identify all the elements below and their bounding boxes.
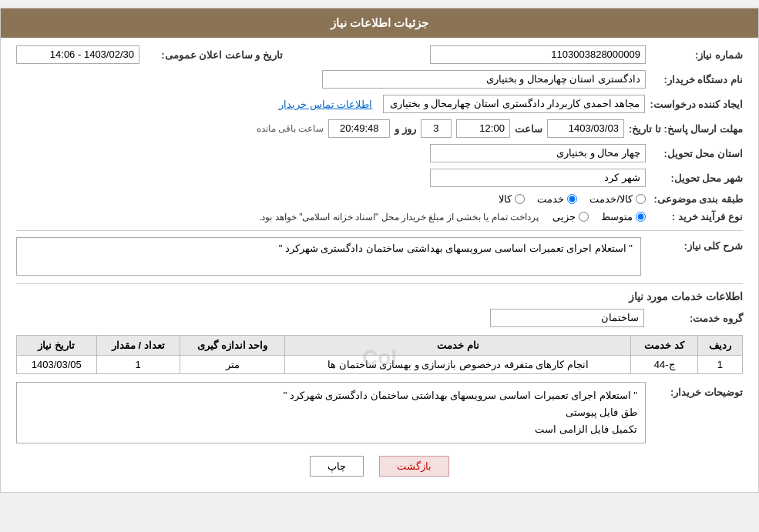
button-row: بازگشت چاپ — [16, 456, 743, 477]
deadline-days: 3 — [421, 119, 452, 138]
groupKhedmat-value: ساختمان — [490, 309, 644, 327]
ijadKonande-value: مجاهد احمدی کاربردار دادگستری استان چهار… — [383, 95, 645, 113]
ijadKonande-label: ایجاد کننده درخواست: — [650, 99, 743, 110]
radio-jozi-input[interactable] — [579, 212, 589, 222]
page-header: جزئیات اطلاعات نیاز — [1, 8, 758, 38]
col-tedad: تعداد / مقدار — [96, 336, 180, 356]
shomareNiaz-value: 1103003828000009 — [430, 45, 646, 64]
cell-tarikh: 1403/03/05 — [17, 356, 97, 374]
radio-kala-khedmat-label: کالا/خدمت — [589, 193, 633, 205]
tabqe-radio-group: کالا/خدمت خدمت کالا — [499, 193, 646, 205]
row-shahrTahvil: شهر محل تحویل: شهر کرد — [16, 169, 743, 187]
ostanTahvil-label: استان محل تحویل: — [650, 148, 743, 159]
row-ijadKonande: ایجاد کننده درخواست: مجاهد احمدی کاربردا… — [16, 95, 743, 113]
col-name: نام خدمت — [285, 336, 631, 356]
btn-print[interactable]: چاپ — [310, 456, 364, 477]
radio-kala-khedmat: کالا/خدمت — [589, 193, 646, 205]
cell-tedad: 1 — [96, 356, 180, 374]
mohlatPasokh-label: مهلت ارسال پاسخ: تا تاریخ: — [629, 123, 743, 135]
divider-1 — [16, 230, 743, 231]
sharhKoli-label: شرح کلی نیاز: — [650, 237, 743, 252]
groupKhedmat-label: گروه خدمت: — [650, 313, 743, 324]
radio-jozi-label: جزیی — [552, 211, 576, 223]
col-vahed: واحد اندازه گیری — [180, 336, 285, 356]
shomareNiaz-label: شماره نیاز: — [650, 49, 743, 61]
radio-motevaset-input[interactable] — [636, 212, 646, 222]
btn-back[interactable]: بازگشت — [379, 456, 449, 477]
farand-radio-group: متوسط جزیی — [552, 211, 646, 223]
tarikh-label: تاریخ و ساعت اعلان عمومی: — [144, 49, 283, 61]
radio-motevaset-label: متوسط — [601, 211, 633, 223]
namDastgah-value: دادگستری استان چهارمحال و بختیاری — [322, 70, 646, 89]
deadline-remaining: 20:49:48 — [328, 119, 390, 138]
col-radif: ردیف — [697, 336, 742, 356]
deadline-date: 1403/03/03 — [547, 119, 624, 138]
deadline-time-label: ساعت — [515, 123, 542, 135]
row-ostanTahvil: استان محل تحویل: چهار محال و بختیاری — [16, 144, 743, 162]
radio-motevaset: متوسط — [601, 211, 646, 223]
deadline-days-label: روز و — [395, 123, 416, 135]
row-mohlatPasokh: مهلت ارسال پاسخ: تا تاریخ: 1403/03/03 سا… — [16, 119, 743, 138]
radio-khedmat-label: خدمت — [537, 193, 564, 205]
ostanTahvil-value: چهار محال و بختیاری — [430, 144, 646, 162]
tabqe-label: طبقه بندی موضوعی: — [650, 193, 743, 205]
shahrTahvil-value: شهر کرد — [430, 169, 646, 187]
row-namDastgah: نام دستگاه خریدار: دادگستری استان چهارمح… — [16, 70, 743, 89]
radio-khedmat: خدمت — [537, 193, 577, 205]
ijadKonande-link[interactable]: اطلاعات تماس خریدار — [279, 99, 372, 110]
deadline-time: 12:00 — [456, 119, 510, 138]
services-table: ردیف کد خدمت نام خدمت واحد اندازه گیری ت… — [16, 335, 743, 374]
page-title: جزئیات اطلاعات نیاز — [331, 16, 428, 29]
deadline-remaining-suffix: ساعت باقی مانده — [257, 123, 324, 134]
sharhKoli-value: " استعلام اجرای تعمیرات اساسی سرویسهای ب… — [16, 237, 641, 276]
table-header-row: ردیف کد خدمت نام خدمت واحد اندازه گیری ت… — [17, 336, 743, 356]
khadamat-section-title: اطلاعات خدمات مورد نیاز — [16, 290, 743, 303]
row-tabqe: طبقه بندی موضوعی: کالا/خدمت خدمت کالا — [16, 193, 743, 205]
main-container: جزئیات اطلاعات نیاز شماره نیاز: 11030038… — [0, 8, 759, 493]
tarikh-value: 1403/02/30 - 14:06 — [16, 45, 139, 64]
table-row: 1 ج-44 انجام کارهای متفرقه درخصوص بازساز… — [17, 356, 743, 374]
cell-vahed: متر — [180, 356, 285, 374]
shahrTahvil-label: شهر محل تحویل: — [650, 172, 743, 184]
cell-radif: 1 — [697, 356, 742, 374]
radio-kala-input[interactable] — [515, 194, 525, 204]
radio-kala: کالا — [499, 193, 525, 205]
row-shomareNiaz: شماره نیاز: 1103003828000009 تاریخ و ساع… — [16, 45, 743, 64]
services-table-section: ردیف کد خدمت نام خدمت واحد اندازه گیری ت… — [16, 335, 743, 374]
row-groupKhedmat: گروه خدمت: ساختمان — [16, 309, 743, 327]
col-kod: کد خدمت — [631, 336, 698, 356]
namDastgah-label: نام دستگاه خریدار: — [650, 74, 743, 85]
notes-section: توضیحات خریدار: " استعلام اجرای تعمیرات … — [16, 382, 743, 443]
cell-name: انجام کارهای متفرقه درخصوص بازسازی و بهس… — [285, 356, 631, 374]
tawzihat-label: توضیحات خریدار: — [650, 382, 743, 398]
row-farand: نوع فرآیند خرید : متوسط جزیی پرداخت تمام… — [16, 211, 743, 223]
radio-khedmat-input[interactable] — [567, 194, 577, 204]
col-tarikh: تاریخ نیاز — [17, 336, 97, 356]
cell-kod: ج-44 — [631, 356, 698, 374]
radio-jozi: جزیی — [552, 211, 589, 223]
content-area: شماره نیاز: 1103003828000009 تاریخ و ساع… — [1, 38, 758, 492]
farand-label: نوع فرآیند خرید : — [650, 211, 743, 223]
radio-kala-label: کالا — [499, 193, 512, 205]
tawzihat-line2: طق فایل پیوستی — [25, 404, 637, 421]
row-sharhKoli: شرح کلی نیاز: " استعلام اجرای تعمیرات اس… — [16, 237, 743, 276]
tawzihat-line1: " استعلام اجرای تعمیرات اساسی سرویسهای ب… — [25, 387, 637, 404]
radio-kala-khedmat-input[interactable] — [636, 194, 646, 204]
tawzihat-box: " استعلام اجرای تعمیرات اساسی سرویسهای ب… — [16, 382, 646, 443]
tawzihat-line3: تکمیل فایل الزامی است — [25, 421, 637, 438]
farand-note: پرداخت تمام یا بخشی از مبلغ خریداز محل "… — [259, 212, 539, 223]
divider-2 — [16, 283, 743, 284]
